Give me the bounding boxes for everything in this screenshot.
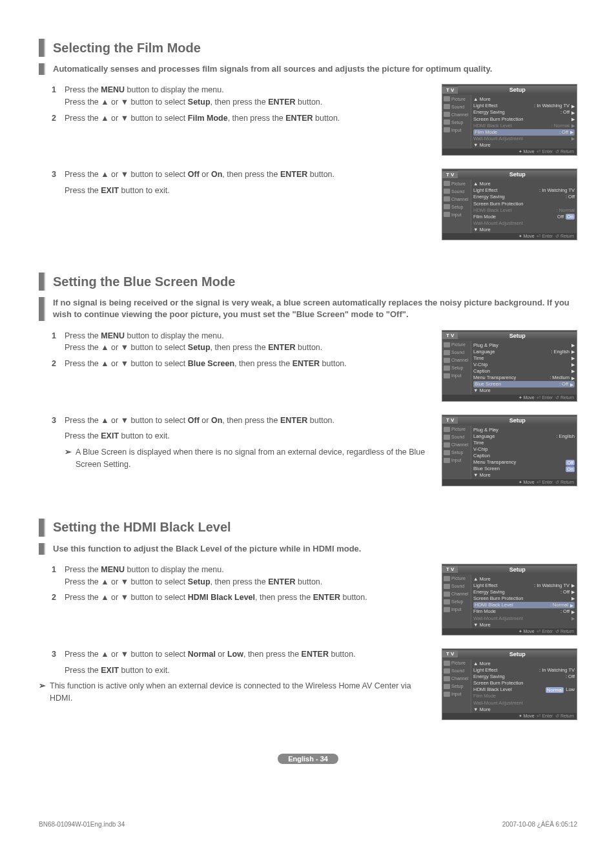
menu-category-icon <box>444 442 450 448</box>
tv-osd: T VSetupPictureSoundChannelSetupInputPlu… <box>442 330 577 402</box>
tv-osd: T VSetupPictureSoundChannelSetupInput▲ M… <box>442 84 577 156</box>
step-number: 2 <box>52 112 65 125</box>
menu-category-icon <box>444 358 450 363</box>
section-subtitle: If no signal is being received or the si… <box>53 297 577 320</box>
osd-side-item: Channel <box>442 590 471 598</box>
osd-row: Language: English <box>473 433 575 440</box>
section-bar-icon <box>39 297 45 320</box>
osd-row: ▲ More <box>473 576 575 583</box>
osd-tv-label: T V <box>442 566 458 573</box>
menu-category-icon <box>444 104 450 109</box>
osd-row: Film Mode: Off▶ <box>473 129 575 136</box>
section-bar-icon <box>39 39 45 57</box>
section-bar-icon <box>39 519 45 537</box>
step-text: Press the ▲ or ▼ button to select Off or… <box>65 415 429 427</box>
step-text: Press the EXIT button to exit. <box>65 665 429 677</box>
osd-row: V-Chip <box>473 446 575 453</box>
osd-tv-label: T V <box>442 650 458 657</box>
osd-row: Wall-Mount Adjustment <box>473 700 575 707</box>
osd-row: V-Chip▶ <box>473 362 575 368</box>
osd-side-item: Input <box>442 457 471 464</box>
osd-title: Setup <box>458 650 577 658</box>
step-number: 1 <box>52 564 65 588</box>
section-subtitle: Use this function to adjust the Black Le… <box>53 543 577 555</box>
step-number: 2 <box>52 592 65 604</box>
osd-footer: ✦ Move ⏎ Enter ↺ Return <box>442 395 577 401</box>
section-bar-icon <box>39 273 45 291</box>
osd-side-item: Picture <box>442 180 471 187</box>
osd-row: Plug & Play▶ <box>473 342 575 349</box>
osd-footer: ✦ Move ⏎ Enter ↺ Return <box>442 233 577 240</box>
osd-tv-label: T V <box>442 171 458 178</box>
osd-side-item: Channel <box>442 441 471 449</box>
step-number <box>52 665 65 677</box>
section-subtitle: Automatically senses and processes film … <box>53 63 577 75</box>
osd-row: ▼ More <box>473 227 575 233</box>
osd-row: Energy Saving: Off <box>473 674 575 680</box>
menu-category-icon <box>444 576 450 581</box>
osd-side-item: Setup <box>442 598 471 606</box>
osd-title: Setup <box>458 332 577 340</box>
osd-side-item: Channel <box>442 675 471 683</box>
osd-row: Blue ScreenOn <box>473 466 575 472</box>
osd-row: Caption <box>473 453 575 459</box>
osd-row: Time▶ <box>473 355 575 362</box>
osd-side-item: Sound <box>442 349 471 356</box>
osd-row: Menu TransparencyOff <box>473 459 575 466</box>
section-title: Selecting the Film Mode <box>53 41 201 56</box>
osd-row: Wall-Mount Adjustment▶ <box>473 615 575 622</box>
menu-category-icon <box>444 212 450 217</box>
step-number: 3 <box>52 648 65 661</box>
osd-row: Light Effect: In Watching TV▶ <box>473 583 575 589</box>
instruction-step: 1Press the MENU button to display the me… <box>52 564 429 588</box>
osd-side-item: Input <box>442 126 471 134</box>
menu-category-icon <box>444 458 450 463</box>
menu-category-icon <box>444 592 450 597</box>
osd-row: Energy Saving: Off▶ <box>473 109 575 116</box>
menu-category-icon <box>444 668 450 674</box>
page-number-badge: English - 34 <box>39 752 577 764</box>
osd-side-item: Channel <box>442 195 471 203</box>
osd-title: Setup <box>458 566 577 573</box>
osd-row: Screen Burn Protection <box>473 201 575 207</box>
osd-row: Caption▶ <box>473 368 575 375</box>
instruction-step: 1Press the MENU button to display the me… <box>52 84 429 108</box>
osd-side-item: Sound <box>442 667 471 675</box>
osd-title: Setup <box>458 417 577 424</box>
menu-category-icon <box>444 692 450 697</box>
osd-side-item: Channel <box>442 110 471 118</box>
step-text: Press the ▲ or ▼ button to select Film M… <box>65 112 429 125</box>
menu-category-icon <box>444 435 450 440</box>
osd-row: Light Effect: In Watching TV <box>473 667 575 674</box>
menu-category-icon <box>444 204 450 209</box>
note: ➢This function is active only when an ex… <box>39 680 429 705</box>
osd-side-item: Setup <box>442 683 471 690</box>
osd-side-item: Picture <box>442 575 471 583</box>
menu-category-icon <box>444 181 450 186</box>
step-text: Press the MENU button to display the men… <box>65 564 429 588</box>
osd-row: Screen Burn Protection▶ <box>473 595 575 602</box>
tv-osd: T VSetupPictureSoundChannelSetupInput▲ M… <box>442 648 577 720</box>
instruction-step: Press the EXIT button to exit. <box>52 665 429 677</box>
step-text: Press the EXIT button to exit. <box>65 185 429 197</box>
step-text: Press the MENU button to display the men… <box>65 330 429 355</box>
osd-row: Screen Burn Protection <box>473 680 575 686</box>
footer-right: 2007-10-08 ¿ÀÈÄ 6:05:12 <box>502 821 577 828</box>
menu-category-icon <box>444 450 450 455</box>
step-text: Press the ▲ or ▼ button to select Normal… <box>65 648 429 661</box>
tv-osd: T VSetupPictureSoundChannelSetupInput▲ M… <box>442 169 577 240</box>
step-text: Press the MENU button to display the men… <box>65 84 429 108</box>
osd-side-item: Setup <box>442 118 471 126</box>
menu-category-icon <box>444 119 450 125</box>
step-text: Press the ▲ or ▼ button to select Off or… <box>65 169 429 181</box>
tv-osd: T VSetupPictureSoundChannelSetupInput▲ M… <box>442 564 577 635</box>
osd-row: Wall-Mount Adjustment <box>473 220 575 227</box>
instruction-step: 2Press the ▲ or ▼ button to select Blue … <box>52 358 429 370</box>
instruction-step: 2Press the ▲ or ▼ button to select HDMI … <box>52 592 429 604</box>
tv-osd: T VSetupPictureSoundChannelSetupInputPlu… <box>442 415 577 486</box>
osd-side-item: Channel <box>442 356 471 364</box>
menu-category-icon <box>444 189 450 194</box>
osd-side-item: Sound <box>442 103 471 110</box>
menu-category-icon <box>444 676 450 681</box>
instruction-step: Press the EXIT button to exit. <box>52 185 429 197</box>
